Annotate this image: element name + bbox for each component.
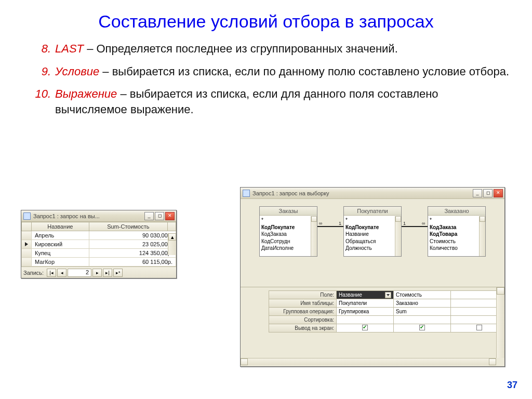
table-ordered[interactable]: Заказано * КодЗаказа КодТовара Стоимость… (428, 206, 486, 257)
table-customers[interactable]: Покупатели * КодПокупате Название Обраща… (343, 206, 402, 257)
cell-name[interactable]: Кировский (32, 240, 89, 249)
vertical-scrollbar[interactable]: ▴ (168, 233, 176, 255)
record-navigator: Запись: |◂ ◂ 2 ▸ ▸| ▸* (21, 267, 176, 278)
qbe-cell-show[interactable] (337, 324, 394, 332)
nav-new-button[interactable]: ▸* (113, 269, 123, 277)
cell-name[interactable]: Купец (32, 249, 89, 258)
list-item[interactable]: Должность (345, 245, 400, 252)
bullet-item: 9. Условие – выбирается из списка, если … (31, 64, 511, 79)
nav-first-button[interactable]: |◂ (47, 269, 56, 277)
table-row[interactable]: Кировский 23 025,00р. (22, 240, 176, 249)
scroll-up-button[interactable]: ▴ (168, 233, 176, 241)
list-item[interactable]: ДатаИсполне (261, 245, 315, 252)
row-selector[interactable] (22, 231, 32, 240)
dropdown-icon[interactable] (385, 292, 391, 298)
relationship-pane[interactable]: Заказы * КодПокупате КодЗаказа КодСотруд… (241, 199, 504, 287)
cell-sum[interactable]: 60 115,00р. (89, 258, 176, 267)
list-scrollbar[interactable] (479, 216, 485, 256)
list-item[interactable]: КодПокупате (345, 224, 400, 231)
table-row[interactable]: Купец 124 350,00р. (22, 249, 176, 258)
list-scrollbar[interactable] (311, 216, 317, 256)
checkbox-icon[interactable] (476, 325, 482, 330)
table-row[interactable]: Апрель 90 030,00р. (22, 231, 176, 240)
scroll-right-button[interactable] (489, 358, 496, 365)
qbe-label: Групповая операция: (269, 308, 337, 316)
bullet-head: LAST (55, 42, 84, 55)
cell-name[interactable]: МагКор (32, 258, 89, 267)
list-item[interactable]: * (345, 217, 400, 224)
nav-next-button[interactable]: ▸ (92, 269, 102, 277)
relationship-line[interactable] (402, 226, 428, 227)
minimize-button[interactable]: _ (144, 212, 154, 220)
close-button[interactable]: ✕ (494, 189, 503, 197)
qbe-label: Поле: (269, 291, 337, 299)
horizontal-scrollbar[interactable] (241, 358, 496, 365)
qbe-cell-field[interactable]: Название (337, 291, 394, 299)
qbe-table[interactable]: Поле: Название Стоимость Имя таблицы: По… (269, 290, 504, 332)
cell-sum[interactable]: 23 025,00р. (89, 240, 176, 249)
list-item[interactable]: КодПокупате (261, 224, 315, 231)
cell-sum[interactable]: 90 030,00р. (89, 231, 176, 240)
bullet-text: – Определяется последнее из сгруппирован… (84, 42, 398, 55)
relationship-line[interactable] (317, 226, 343, 227)
nav-last-button[interactable]: ▸| (103, 269, 112, 277)
table-row[interactable]: МагКор 60 115,00р. (22, 258, 176, 267)
column-header[interactable]: Sum-Стоимость (89, 222, 167, 231)
checkbox-checked-icon[interactable] (362, 325, 368, 330)
list-item[interactable]: Стоимость (430, 238, 484, 245)
titlebar[interactable]: Запрос1 : запрос на вы... _ ◻ ✕ (21, 210, 176, 222)
table-orders[interactable]: Заказы * КодПокупате КодЗаказа КодСотруд… (259, 206, 317, 257)
qbe-cell-sort[interactable] (394, 316, 451, 324)
bullet-head: Условие (55, 65, 99, 78)
list-item[interactable]: Название (345, 231, 400, 238)
maximize-button[interactable]: ◻ (483, 189, 493, 197)
qbe-cell-group[interactable]: Sum (394, 308, 451, 316)
scroll-up-button[interactable] (480, 216, 485, 222)
qbe-cell-show[interactable] (394, 324, 451, 332)
cell-name[interactable]: Апрель (32, 231, 89, 240)
cell-sum[interactable]: 124 350,00р. (89, 249, 176, 258)
row-selector-current[interactable] (22, 240, 32, 249)
list-item[interactable]: КодТовара (430, 231, 484, 238)
checkbox-checked-icon[interactable] (419, 325, 425, 330)
bullet-item: 10. Выражение – выбирается из списка, ес… (31, 86, 511, 117)
qbe-cell-table[interactable]: Покупатели (337, 299, 394, 308)
bullet-number: 9. (31, 64, 55, 79)
qbe-grid[interactable]: Поле: Название Стоимость Имя таблицы: По… (241, 287, 504, 365)
row-selector[interactable] (22, 258, 32, 267)
scroll-up-button[interactable] (497, 287, 504, 295)
scroll-up-button[interactable] (311, 216, 317, 222)
qbe-cell-group[interactable]: Группировка (337, 308, 394, 316)
list-item[interactable]: КодЗаказа (261, 231, 315, 238)
field-list[interactable]: * КодЗаказа КодТовара Стоимость Количест… (428, 216, 485, 256)
list-item[interactable]: * (261, 217, 315, 224)
record-number-input[interactable]: 2 (68, 269, 91, 277)
nav-prev-button[interactable]: ◂ (57, 269, 66, 277)
field-list[interactable]: * КодПокупате Название Обращаться Должно… (344, 216, 401, 256)
list-item[interactable]: Количество (430, 245, 484, 252)
titlebar[interactable]: Запрос1 : запрос на выборку _ ◻ ✕ (241, 188, 504, 199)
qbe-cell-sort[interactable] (337, 316, 394, 324)
list-item[interactable]: КодСотрудн (261, 238, 315, 245)
scroll-up-button[interactable] (395, 216, 401, 222)
table-title: Заказы (260, 207, 317, 216)
list-item[interactable]: * (430, 217, 484, 224)
list-scrollbar[interactable] (395, 216, 401, 256)
field-list[interactable]: * КодПокупате КодЗаказа КодСотрудн ДатаИ… (260, 216, 317, 256)
minimize-button[interactable]: _ (473, 189, 482, 197)
table-title: Покупатели (344, 207, 401, 216)
bullet-text: – выбирается из списка, если по данному … (99, 65, 509, 78)
close-button[interactable]: ✕ (165, 212, 175, 220)
vertical-scrollbar[interactable] (496, 287, 504, 358)
column-header[interactable]: Название (32, 222, 89, 231)
list-item[interactable]: Обращаться (345, 238, 400, 245)
maximize-button[interactable]: ◻ (155, 212, 164, 220)
qbe-cell-table[interactable]: Заказано (394, 299, 451, 308)
scroll-left-button[interactable] (241, 358, 248, 365)
qbe-cell-field[interactable]: Стоимость (394, 291, 451, 299)
row-selector[interactable] (22, 249, 32, 258)
datasheet-table[interactable]: Название Sum-Стоимость Апрель 90 030,00р… (21, 222, 176, 267)
list-item[interactable]: КодЗаказа (430, 224, 484, 231)
page-number: 37 (507, 380, 517, 391)
row-selector-header[interactable] (22, 222, 32, 231)
